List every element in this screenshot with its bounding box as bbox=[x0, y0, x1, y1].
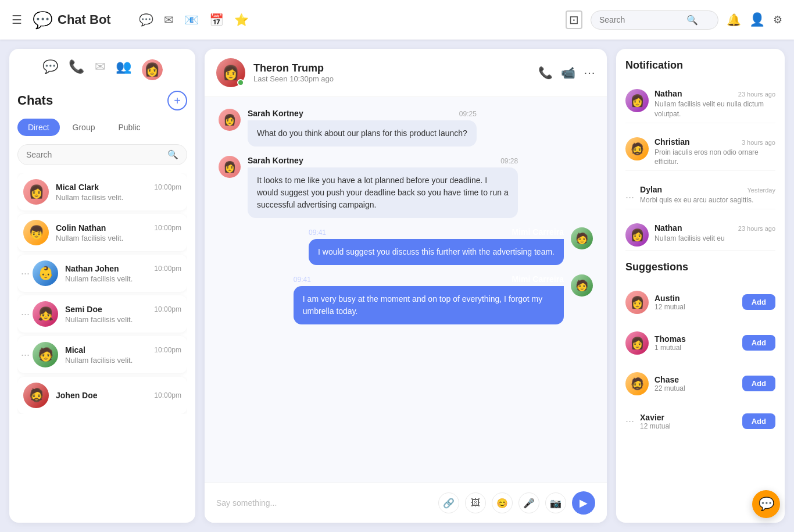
search-icon: 🔍 bbox=[686, 15, 698, 26]
notif-avatar-nathan2: 👩 bbox=[625, 223, 649, 247]
cp-header-actions: 📞 📹 ⋯ bbox=[538, 66, 595, 80]
tab-mail-icon[interactable]: ✉ bbox=[95, 59, 105, 80]
mail-nav-icon[interactable]: ✉ bbox=[164, 13, 174, 27]
center-panel: 👩 Theron Trump Last Seen 10:30pm ago 📞 📹… bbox=[205, 49, 607, 523]
message-item-4: 🧑 Mimi Carreira 09:41 I am very busy at … bbox=[294, 274, 593, 324]
link-tool-button[interactable]: 🔗 bbox=[438, 492, 459, 513]
notif-text: Nullam facilisis velit eu nulla dictum v… bbox=[654, 99, 775, 119]
msg-time: 09:41 bbox=[309, 228, 326, 237]
chat-item-mical-clark[interactable]: 👩 Mical Clark 10:00pm Nullam facilisis v… bbox=[17, 173, 187, 210]
chat-time: 10:00pm bbox=[154, 183, 181, 191]
chat-preview: Nullam facilisis velit. bbox=[65, 356, 158, 365]
msg-avatar-1: 👩 bbox=[219, 109, 241, 131]
chat-item-nathan-johen[interactable]: ··· 👶 Nathan Johen 10:00pm Nullam facili… bbox=[17, 255, 187, 292]
filter-group[interactable]: Group bbox=[62, 119, 106, 136]
notif-info-nathan2: Nathan 23 hours ago Nullam facilisis vel… bbox=[654, 223, 775, 244]
emoji-tool-button[interactable]: 😊 bbox=[492, 492, 513, 513]
add-xavier-button[interactable]: Add bbox=[742, 413, 775, 429]
add-thomas-button[interactable]: Add bbox=[742, 335, 775, 351]
tab-group-icon[interactable]: 👥 bbox=[116, 59, 131, 80]
email-nav-icon[interactable]: 📧 bbox=[184, 13, 199, 27]
search-box: 🔍 bbox=[591, 10, 718, 30]
nav-icons: 💬 ✉ 📧 📅 ⭐ bbox=[139, 13, 249, 27]
input-area: 🔗 🖼 😊 🎤 📷 ▶ bbox=[205, 483, 607, 523]
lp-tabs-top: 💬 📞 ✉ 👥 👩 bbox=[17, 59, 187, 80]
user-avatar-icon[interactable]: 👤 bbox=[749, 12, 765, 27]
msg-text: I am very busy at the moment and on top … bbox=[294, 286, 564, 324]
calendar-nav-icon[interactable]: 📅 bbox=[209, 13, 224, 27]
message-item-2: 👩 Sarah Kortney 09:28 It looks to me lik… bbox=[219, 156, 518, 218]
chat-item-colin-nathan[interactable]: 👦 Colin Nathan 10:00pm Nullam facilisis … bbox=[17, 214, 187, 251]
add-chat-button[interactable]: + bbox=[167, 91, 187, 110]
chat-avatar-mical-clark: 👩 bbox=[23, 179, 49, 205]
chat-name: Semi Doe bbox=[65, 305, 102, 314]
suggest-name: Chase bbox=[654, 375, 736, 384]
notif-item-dylan: ··· Dylan Yesterday Morbi quis ex eu arc… bbox=[625, 181, 775, 209]
video-icon[interactable]: 📹 bbox=[561, 66, 575, 80]
add-chase-button[interactable]: Add bbox=[742, 376, 775, 391]
notification-icon[interactable]: 🔔 bbox=[727, 13, 741, 27]
contact-info: Theron Trump Last Seen 10:30pm ago bbox=[253, 62, 530, 83]
chat-search-input[interactable] bbox=[26, 150, 167, 159]
add-austin-button[interactable]: Add bbox=[742, 294, 775, 310]
image-tool-button[interactable]: 🖼 bbox=[465, 492, 486, 513]
message-input[interactable] bbox=[216, 498, 432, 508]
search-input[interactable] bbox=[599, 15, 686, 24]
notif-avatar-christian: 🧔 bbox=[625, 137, 649, 160]
msg-sender: Mimi Carreira bbox=[512, 274, 564, 284]
notif-dots: ··· bbox=[625, 191, 634, 203]
send-button[interactable]: ▶ bbox=[572, 491, 595, 515]
float-chat-button[interactable]: 💬 bbox=[752, 490, 780, 518]
tab-chat-icon[interactable]: 💬 bbox=[42, 59, 58, 80]
chat-preview: Nullam facilisis velit. bbox=[56, 234, 149, 242]
chat-avatar-semi-doe: 👧 bbox=[33, 301, 58, 327]
call-icon[interactable]: 📞 bbox=[538, 66, 553, 80]
chat-item-semi-doe[interactable]: ··· 👧 Semi Doe 10:00pm Nullam facilisis … bbox=[17, 295, 187, 333]
suggest-mutual: 1 mutual bbox=[654, 344, 736, 352]
online-indicator bbox=[237, 79, 244, 86]
chat-name: Colin Nathan bbox=[56, 223, 106, 233]
notif-text: Morbi quis ex eu arcu auctor sagittis. bbox=[640, 195, 775, 205]
filter-public[interactable]: Public bbox=[108, 119, 151, 136]
chat-info-nathan-johen: Nathan Johen 10:00pm Nullam facilisis ve… bbox=[65, 264, 181, 283]
notif-name: Nathan bbox=[654, 89, 682, 98]
chat-preview: Nullam facilisis velit. bbox=[65, 315, 158, 324]
suggest-dots: ··· bbox=[625, 415, 634, 427]
camera-tool-button[interactable]: 📷 bbox=[545, 492, 566, 513]
contact-name: Theron Trump bbox=[253, 62, 530, 74]
star-nav-icon[interactable]: ⭐ bbox=[234, 13, 249, 27]
mic-tool-button[interactable]: 🎤 bbox=[518, 492, 539, 513]
chat-preview: Nullam facilisis velit. bbox=[65, 274, 158, 283]
chat-time: 10:00pm bbox=[154, 305, 181, 313]
suggest-item-austin: 👩 Austin 12 mutual Add bbox=[625, 287, 775, 317]
msg-content-2: Sarah Kortney 09:28 It looks to me like … bbox=[248, 156, 518, 218]
chat-dots: ··· bbox=[21, 308, 30, 320]
chat-preview: Nullam facilisis velit. bbox=[56, 193, 149, 202]
chat-info-colin-nathan: Colin Nathan 10:00pm Nullam facilisis ve… bbox=[56, 223, 181, 242]
lp-user-avatar[interactable]: 👩 bbox=[142, 59, 163, 80]
chat-name: Mical Clark bbox=[56, 183, 99, 192]
chat-nav-icon[interactable]: 💬 bbox=[139, 13, 153, 27]
chat-info-mical: Mical 10:00pm Nullam facilisis velit. bbox=[65, 345, 181, 365]
chat-item-mical[interactable]: ··· 🧑 Mical 10:00pm Nullam facilisis vel… bbox=[17, 336, 187, 373]
more-options-icon[interactable]: ⋯ bbox=[584, 66, 595, 80]
notif-text: Nullam facilisis velit eu bbox=[654, 234, 775, 244]
suggest-name: Austin bbox=[654, 294, 736, 303]
chat-item-johen-doe[interactable]: 🧔 Johen Doe 10:00pm bbox=[17, 377, 187, 414]
cp-header: 👩 Theron Trump Last Seen 10:30pm ago 📞 📹… bbox=[205, 49, 607, 97]
filter-direct[interactable]: Direct bbox=[17, 119, 60, 136]
suggest-mutual: 12 mutual bbox=[640, 422, 736, 430]
hamburger-menu[interactable]: ☰ bbox=[12, 13, 22, 27]
settings-icon[interactable]: ⚙ bbox=[773, 13, 782, 26]
message-list: 👩 Sarah Kortney 09:25 What do you think … bbox=[205, 97, 607, 483]
suggest-item-xavier: ··· Xavier 12 mutual Add bbox=[625, 409, 775, 434]
suggest-name: Xavier bbox=[640, 413, 736, 422]
focus-icon[interactable]: ⊡ bbox=[566, 10, 582, 29]
suggest-avatar-chase: 🧔 bbox=[625, 372, 649, 395]
chat-search-icon: 🔍 bbox=[167, 149, 178, 160]
tab-phone-icon[interactable]: 📞 bbox=[69, 59, 84, 80]
app-logo: 💬 Chat Bot bbox=[33, 10, 111, 30]
topnav: ☰ 💬 Chat Bot 💬 ✉ 📧 📅 ⭐ ⊡ 🔍 🔔 👤 ⚙ bbox=[0, 0, 794, 40]
chat-time: 10:00pm bbox=[154, 224, 181, 232]
notif-info-christian: Christian 3 hours ago Proin iaculis eros… bbox=[654, 137, 775, 167]
